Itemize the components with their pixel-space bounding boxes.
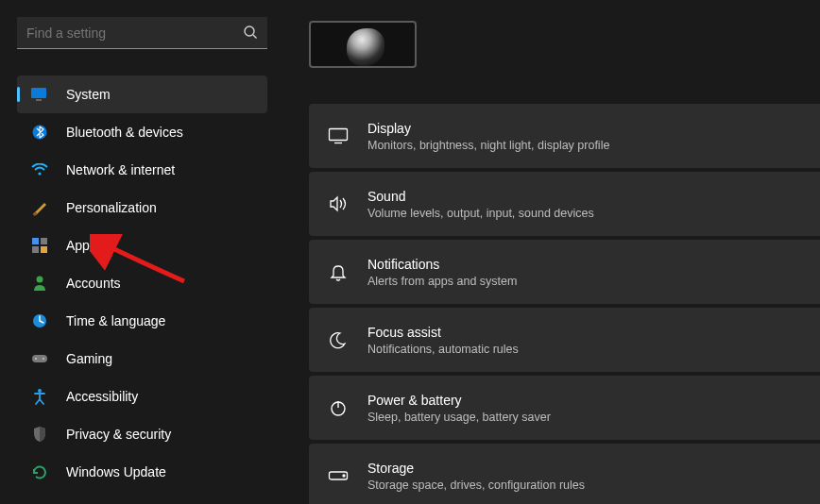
sidebar-item-gaming[interactable]: Gaming	[17, 340, 267, 378]
card-title: Notifications	[367, 256, 517, 273]
clock-globe-icon	[30, 311, 49, 330]
svg-rect-2	[31, 88, 46, 98]
card-text: Focus assist Notifications, automatic ru…	[367, 324, 519, 356]
person-icon	[30, 274, 49, 293]
card-title: Sound	[367, 188, 594, 205]
svg-rect-14	[32, 355, 47, 362]
svg-point-23	[343, 475, 345, 477]
svg-point-16	[43, 358, 44, 360]
sound-icon	[328, 193, 349, 214]
svg-point-15	[35, 358, 37, 360]
card-sound[interactable]: Sound Volume levels, output, input, soun…	[309, 172, 820, 236]
card-subtitle: Notifications, automatic rules	[367, 343, 519, 356]
svg-rect-4	[36, 99, 42, 101]
sidebar-item-personalization[interactable]: Personalization	[17, 189, 267, 227]
sidebar-item-label: Privacy & security	[66, 427, 171, 442]
svg-point-17	[38, 389, 42, 393]
card-subtitle: Volume levels, output, input, sound devi…	[367, 207, 594, 220]
svg-rect-9	[41, 238, 47, 244]
sidebar-item-label: Windows Update	[66, 464, 166, 479]
sidebar-item-label: Time & language	[66, 313, 165, 328]
sidebar-item-label: Accessibility	[66, 389, 138, 404]
storage-icon	[328, 465, 349, 486]
sidebar-item-privacy[interactable]: Privacy & security	[17, 415, 267, 453]
sidebar-item-network[interactable]: Network & internet	[17, 151, 267, 189]
search-input[interactable]	[17, 17, 267, 49]
sidebar-item-system[interactable]: System	[17, 76, 267, 113]
card-title: Display	[367, 120, 609, 137]
gamepad-icon	[30, 349, 49, 368]
svg-rect-11	[41, 246, 47, 253]
card-text: Storage Storage space, drives, configura…	[367, 460, 585, 492]
bell-icon	[328, 261, 349, 282]
card-subtitle: Storage space, drives, configuration rul…	[367, 479, 585, 492]
sidebar-item-apps[interactable]: Apps	[17, 227, 267, 264]
card-text: Notifications Alerts from apps and syste…	[367, 256, 517, 288]
monitor-icon	[30, 85, 49, 104]
card-power-battery[interactable]: Power & battery Sleep, battery usage, ba…	[309, 376, 820, 440]
update-icon	[30, 462, 49, 481]
shield-icon	[30, 425, 49, 444]
display-icon	[328, 126, 349, 146]
svg-point-12	[37, 277, 43, 283]
brush-icon	[30, 198, 49, 217]
card-text: Power & battery Sleep, battery usage, ba…	[367, 392, 551, 424]
card-storage[interactable]: Storage Storage space, drives, configura…	[309, 444, 820, 504]
sidebar-item-update[interactable]: Windows Update	[17, 453, 267, 491]
accessibility-icon	[30, 387, 49, 406]
card-title: Storage	[367, 460, 585, 477]
card-text: Sound Volume levels, output, input, soun…	[367, 188, 594, 220]
sidebar-item-label: Gaming	[66, 351, 112, 366]
sidebar-item-label: System	[66, 87, 111, 102]
sidebar: System Bluetooth & devices Network & int…	[0, 0, 283, 502]
card-display[interactable]: Display Monitors, brightness, night ligh…	[309, 104, 820, 168]
sidebar-item-accessibility[interactable]: Accessibility	[17, 378, 267, 415]
sidebar-item-label: Accounts	[66, 276, 121, 291]
wifi-icon	[30, 160, 49, 179]
nav: System Bluetooth & devices Network & int…	[17, 76, 267, 491]
card-notifications[interactable]: Notifications Alerts from apps and syste…	[309, 240, 820, 304]
card-subtitle: Alerts from apps and system	[367, 275, 517, 288]
bluetooth-icon	[30, 123, 49, 142]
card-title: Power & battery	[367, 392, 551, 409]
search-wrap	[17, 17, 267, 49]
apps-icon	[30, 236, 49, 255]
card-text: Display Monitors, brightness, night ligh…	[367, 120, 609, 152]
sidebar-item-label: Bluetooth & devices	[66, 125, 183, 140]
sidebar-item-time-language[interactable]: Time & language	[17, 302, 267, 340]
svg-rect-10	[32, 246, 39, 253]
card-title: Focus assist	[367, 324, 519, 341]
sidebar-item-bluetooth[interactable]: Bluetooth & devices	[17, 113, 267, 151]
sidebar-item-accounts[interactable]: Accounts	[17, 264, 267, 302]
svg-rect-8	[32, 238, 39, 244]
settings-list: Display Monitors, brightness, night ligh…	[309, 104, 820, 504]
sidebar-item-label: Apps	[66, 238, 96, 253]
desktop-preview-thumbnail[interactable]	[309, 21, 417, 68]
thumbnail-image	[347, 28, 384, 66]
card-subtitle: Monitors, brightness, night light, displ…	[367, 139, 609, 152]
svg-rect-18	[330, 129, 348, 141]
power-icon	[328, 397, 349, 418]
sidebar-item-label: Personalization	[66, 200, 157, 215]
svg-point-6	[38, 172, 41, 175]
sidebar-item-label: Network & internet	[66, 162, 175, 177]
card-subtitle: Sleep, battery usage, battery saver	[367, 411, 551, 424]
card-focus-assist[interactable]: Focus assist Notifications, automatic ru…	[309, 308, 820, 372]
moon-icon	[328, 329, 349, 350]
